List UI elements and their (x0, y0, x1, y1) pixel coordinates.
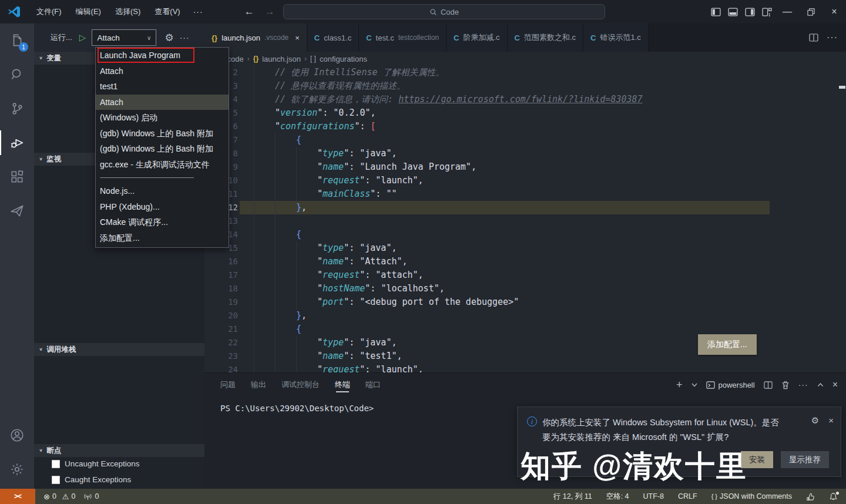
breadcrumb[interactable]: .vscode›{}launch.json›[ ]configurations (204, 52, 846, 66)
maximize-panel-icon[interactable] (817, 383, 824, 387)
command-center-search[interactable]: Code (283, 4, 605, 19)
ports-status[interactable]: 0 (83, 492, 99, 500)
settings-gear-activity-item[interactable] (0, 452, 34, 486)
dropdown-item[interactable]: test1 (96, 79, 229, 95)
section-call-stack[interactable]: ∨ 调用堆栈 (34, 343, 204, 356)
code-editor[interactable]: 2// 使用 IntelliSense 了解相关属性。3// 悬停以查看现有属性… (204, 66, 846, 372)
breadcrumb-item[interactable]: configurations (320, 55, 367, 63)
eol-status[interactable]: CRLF (678, 492, 697, 500)
tab-class1.c[interactable]: Cclass1.c (307, 23, 359, 52)
editor-more-actions-icon[interactable]: ··· (827, 32, 838, 43)
dropdown-item[interactable]: Attach (96, 63, 229, 79)
token: " (275, 107, 280, 118)
token: { (296, 229, 301, 240)
search-activity-item[interactable] (0, 58, 34, 92)
debug-config-dropdown: Launch Java ProgramAttachtest1Attach(Win… (95, 47, 229, 248)
indentation-status[interactable]: 空格: 4 (606, 492, 629, 502)
checkbox-unchecked-icon[interactable] (52, 460, 60, 468)
menu-item[interactable]: 编辑(E) (69, 0, 108, 23)
code-line: 11"mainClass": "" (204, 187, 846, 201)
problems-status[interactable]: ⊗0 ⚠0 (43, 492, 75, 501)
token: request (323, 175, 360, 186)
tab-阶乘加减.c[interactable]: C阶乘加减.c (446, 23, 508, 52)
close-panel-icon[interactable]: × (832, 379, 838, 390)
language-mode[interactable]: { } JSON with Comments (711, 492, 792, 500)
more-actions-icon[interactable]: ··· (180, 33, 190, 42)
encoding-status[interactable]: UTF-8 (643, 492, 664, 500)
error-icon: ⊗ (43, 492, 50, 501)
panel-tab-端口[interactable]: 端口 (365, 373, 381, 397)
menu-item[interactable]: 查看(V) (147, 0, 187, 23)
dropdown-item[interactable]: PHP (Xdebug)... (96, 199, 229, 215)
dropdown-item[interactable]: Attach (96, 95, 229, 110)
close-icon[interactable]: × (295, 33, 300, 42)
terminal-prompt[interactable]: PS C:\Users\29902\Desktop\Code> (220, 404, 374, 413)
paper-plane-activity-item[interactable] (0, 194, 34, 228)
dropdown-item[interactable]: (gdb) Windows 上的 Bash 附加 (96, 126, 229, 142)
chevron-down-icon: ∨ (147, 35, 151, 41)
new-terminal-icon[interactable]: + (676, 379, 683, 391)
tab-错误示范1.c[interactable]: C错误示范1.c (583, 23, 649, 52)
forward-arrow-icon[interactable]: → (265, 6, 275, 18)
feedback-icon[interactable] (806, 492, 815, 501)
breakpoint-item[interactable]: Caught Exceptions (52, 475, 131, 484)
menu-item[interactable]: 选择(S) (108, 0, 147, 23)
token: name (323, 351, 344, 361)
tab-test.c[interactable]: Ctest.ctestcollection (359, 23, 446, 52)
info-icon: i (527, 416, 537, 426)
back-arrow-icon[interactable]: ← (244, 6, 254, 18)
extensions-activity-item[interactable] (0, 160, 34, 194)
panel-more-actions-icon[interactable]: ··· (798, 380, 808, 389)
checkbox-unchecked-icon[interactable] (52, 476, 60, 484)
kill-terminal-trash-icon[interactable] (781, 381, 790, 389)
dropdown-item[interactable]: gcc.exe - 生成和调试活动文件 (96, 157, 229, 173)
chevron-down-icon[interactable] (691, 383, 697, 387)
menu-more-icon[interactable]: ··· (187, 7, 209, 16)
account-icon (9, 428, 25, 443)
close-window-icon[interactable]: × (822, 0, 846, 23)
scrollbar-thumb[interactable] (839, 86, 845, 89)
code-line: 8"type": "java", (204, 147, 846, 160)
section-breakpoints[interactable]: ∨ 断点 (34, 444, 204, 457)
dropdown-item[interactable]: (gdb) Windows 上的 Bash 附加 (96, 141, 229, 157)
split-editor-icon[interactable] (809, 33, 818, 42)
cursor-position[interactable]: 行 12, 列 11 (553, 492, 592, 502)
debug-config-select[interactable]: Attach ∨ (92, 29, 156, 46)
restore-icon[interactable] (799, 0, 822, 23)
breakpoint-item[interactable]: Uncaught Exceptions (52, 459, 140, 468)
dropdown-item[interactable]: Launch Java Program (96, 48, 229, 63)
toggle-panel-icon[interactable] (728, 7, 738, 17)
indent-guide (254, 93, 275, 106)
files-activity-item[interactable]: 1 (0, 23, 34, 58)
gear-icon[interactable]: ⚙ (164, 32, 173, 44)
dropdown-item[interactable]: 添加配置... (96, 230, 229, 246)
remote-indicator[interactable]: >< (0, 489, 35, 504)
show-recommendation-button[interactable]: 显示推荐 (781, 451, 829, 468)
panel-tab-调试控制台[interactable]: 调试控制台 (281, 373, 320, 397)
run-debug-activity-item[interactable] (0, 126, 34, 160)
panel-tab-问题[interactable]: 问题 (220, 373, 236, 397)
toggle-sidebar-icon[interactable] (711, 7, 721, 17)
dropdown-item[interactable]: (Windows) 启动 (96, 110, 229, 126)
start-debug-icon[interactable]: ▷ (79, 32, 86, 43)
toggle-secondary-sidebar-icon[interactable] (745, 7, 755, 17)
dropdown-item[interactable]: CMake 调试程序... (96, 214, 229, 230)
notifications-bell-icon[interactable] (829, 492, 838, 501)
minimize-icon[interactable]: — (776, 0, 799, 23)
panel-tab-输出[interactable]: 输出 (251, 373, 266, 397)
extensions-icon (9, 169, 25, 184)
breadcrumb-item[interactable]: launch.json (262, 55, 301, 63)
panel-tab-终端[interactable]: 终端 (335, 373, 350, 397)
notification-settings-gear-icon[interactable]: ⚙ (811, 415, 819, 426)
split-terminal-icon[interactable] (764, 381, 773, 389)
add-configuration-button[interactable]: 添加配置... (698, 334, 757, 355)
notification-close-icon[interactable]: × (828, 415, 834, 426)
token: , (418, 175, 424, 186)
terminal-instance[interactable]: powershell (706, 381, 755, 389)
menu-item[interactable]: 文件(F) (29, 0, 69, 23)
account-activity-item[interactable] (0, 418, 34, 452)
tab-范围素数之和.c[interactable]: C范围素数之和.c (508, 23, 584, 52)
customize-layout-icon[interactable] (762, 7, 772, 17)
dropdown-item[interactable]: Node.js... (96, 183, 229, 199)
source-control-activity-item[interactable] (0, 92, 34, 126)
